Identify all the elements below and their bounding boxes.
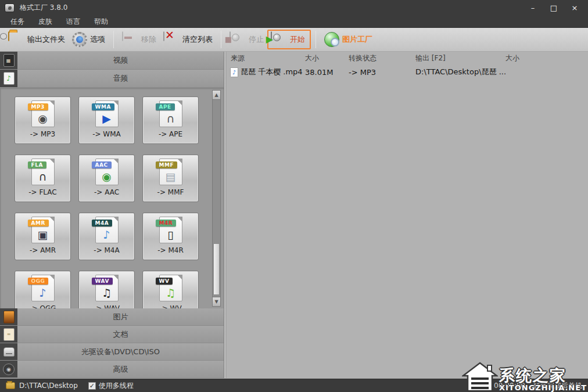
start-icon: ▶ bbox=[271, 31, 272, 41]
title-bar: 格式工厂 3.8.0 – □ × bbox=[0, 0, 588, 16]
file-type-icon: WMA ▶ bbox=[95, 100, 119, 127]
scroll-down-icon[interactable]: ▼ bbox=[213, 297, 220, 306]
menu-skin[interactable]: 皮肤 bbox=[38, 17, 52, 27]
format-badge: FLA bbox=[28, 161, 46, 168]
format-label: -> OGG bbox=[29, 304, 56, 308]
format-label: -> MP3 bbox=[30, 130, 55, 138]
close-button[interactable]: × bbox=[568, 3, 581, 12]
music-note-icon: ♪ bbox=[3, 72, 15, 85]
format-button-mp3[interactable]: MP3 ◉ -> MP3 bbox=[15, 96, 71, 144]
section-label-document: 文档 bbox=[17, 326, 224, 343]
film-reel-icon: ◉ bbox=[3, 364, 15, 375]
multithread-checkbox[interactable]: ✓ bbox=[88, 382, 96, 390]
output-folder-button[interactable]: 输出文件夹 bbox=[5, 30, 69, 49]
format-label: -> FLAC bbox=[28, 188, 56, 196]
format-badge: WMA bbox=[92, 103, 114, 110]
output-folder-icon[interactable] bbox=[6, 382, 15, 389]
format-button-mmf[interactable]: MMF ▤ -> MMF bbox=[142, 154, 199, 202]
status-bar: D:\TTAC\Desktop ✓ 使用多线程 耗时 : 00:00:00 转换… bbox=[0, 379, 588, 392]
sidebar-section-document[interactable]: ≡ 文档 bbox=[0, 326, 224, 343]
format-label: -> WMA bbox=[92, 130, 121, 138]
music-notes-icon: ♫ bbox=[96, 286, 118, 300]
column-header-outsize[interactable]: 大小 bbox=[505, 53, 588, 63]
file-type-icon: M4A ♪ bbox=[95, 217, 119, 243]
column-header-output[interactable]: 输出 [F2] bbox=[415, 53, 505, 63]
options-label: 选项 bbox=[90, 34, 105, 45]
remove-label: 移除 bbox=[141, 34, 156, 45]
format-button-m4a[interactable]: M4A ♪ -> M4A bbox=[78, 213, 135, 260]
picture-icon bbox=[3, 311, 15, 323]
stop-label: 停止 bbox=[249, 34, 264, 45]
section-label-cd-dvd-iso: 光驱设备\DVD\CD\ISO bbox=[17, 343, 224, 360]
scrollbar-thumb[interactable] bbox=[213, 243, 220, 295]
file-type-icon: M4R ▯ bbox=[159, 217, 182, 243]
format-badge: WAV bbox=[92, 278, 113, 285]
format-badge: WV bbox=[156, 278, 173, 285]
task-table-header: 来源 大小 转换状态 输出 [F2] 大小 bbox=[227, 52, 588, 65]
folder-icon bbox=[8, 31, 9, 41]
options-button[interactable]: 选项 bbox=[69, 30, 109, 49]
sidebar-section-cd-dvd-iso[interactable]: 光驱设备\DVD\CD\ISO bbox=[0, 343, 224, 361]
format-grid-scrollbar[interactable]: ▲ ▼ bbox=[212, 90, 221, 307]
category-sidebar: ▦ 视频 ♪ 音频 MP3 ◉ -> MP3 WMA bbox=[0, 52, 224, 378]
column-header-source[interactable]: 来源 bbox=[227, 53, 305, 63]
menu-help[interactable]: 帮助 bbox=[94, 17, 108, 27]
format-button-ape[interactable]: APE ∩ -> APE bbox=[142, 96, 199, 144]
format-label: -> MMF bbox=[157, 188, 184, 196]
format-badge: APE bbox=[156, 103, 175, 110]
format-button-wav[interactable]: WAV ♫ -> WAV bbox=[78, 271, 135, 308]
audio-format-grid: MP3 ◉ -> MP3 WMA ▶ -> WMA bbox=[0, 88, 224, 308]
format-button-m4r[interactable]: M4R ▯ -> M4R bbox=[142, 213, 199, 260]
file-type-icon: AMR ▣ bbox=[31, 217, 55, 243]
minimize-button[interactable]: – bbox=[526, 3, 539, 12]
note-disc-icon: ♪ bbox=[96, 228, 118, 242]
sidebar-section-picture[interactable]: 图片 bbox=[0, 308, 224, 326]
play-icon: ▶ bbox=[96, 112, 118, 125]
task-state: -> MP3 bbox=[349, 68, 415, 77]
file-type-icon: AAC ◉ bbox=[95, 159, 119, 185]
format-button-wma[interactable]: WMA ▶ -> WMA bbox=[78, 96, 135, 144]
file-type-icon: MP3 ◉ bbox=[31, 100, 55, 127]
elapsed-time: 耗时 : 00:00:00 bbox=[473, 381, 525, 391]
column-header-state[interactable]: 转换状态 bbox=[349, 53, 415, 63]
sidebar-section-video[interactable]: ▦ 视频 bbox=[0, 52, 224, 70]
clear-list-button[interactable]: ✕ 清空列表 bbox=[160, 30, 216, 49]
format-button-aac[interactable]: AAC ◉ -> AAC bbox=[78, 154, 135, 202]
sidebar-section-audio[interactable]: ♪ 音频 bbox=[0, 70, 224, 88]
format-button-ogg[interactable]: OGG ♪ -> OGG bbox=[15, 271, 71, 308]
format-badge: MMF bbox=[156, 161, 178, 168]
format-badge: AAC bbox=[92, 161, 112, 168]
shutdown-after-label[interactable]: 转换完成后关机 bbox=[533, 381, 582, 391]
cd-drive-icon bbox=[3, 347, 15, 357]
format-button-amr[interactable]: AMR ▣ -> AMR bbox=[15, 213, 71, 260]
menu-task[interactable]: 任务 bbox=[10, 17, 24, 27]
music-note-icon: ♪ bbox=[32, 286, 54, 300]
task-source-name: 琵琶 千本樱 .mp4 bbox=[241, 67, 303, 77]
format-badge: MP3 bbox=[28, 103, 48, 110]
format-button-wv[interactable]: WV ♫ -> WV bbox=[142, 271, 199, 308]
format-label: -> AAC bbox=[94, 188, 119, 196]
window-title: 格式工厂 3.8.0 bbox=[20, 3, 526, 13]
menu-language[interactable]: 语言 bbox=[66, 17, 80, 27]
maximize-button[interactable]: □ bbox=[547, 3, 560, 12]
headphones-icon: ∩ bbox=[32, 170, 54, 184]
phone-icon: ▯ bbox=[160, 228, 182, 242]
file-type-icon: OGG ♪ bbox=[31, 275, 55, 301]
column-header-size[interactable]: 大小 bbox=[305, 53, 349, 63]
sidebar-section-advanced[interactable]: ◉ 高级 bbox=[0, 361, 224, 378]
start-button[interactable]: ▶ 开始 bbox=[267, 30, 311, 49]
status-output-path[interactable]: D:\TTAC\Desktop bbox=[19, 382, 78, 390]
picture-factory-button[interactable]: 图片工厂 bbox=[321, 30, 376, 49]
multithread-label[interactable]: 使用多线程 bbox=[99, 381, 134, 391]
format-button-flac[interactable]: FLA ∩ -> FLAC bbox=[15, 154, 71, 202]
main-area: ▦ 视频 ♪ 音频 MP3 ◉ -> MP3 WMA bbox=[0, 52, 588, 378]
device-icon: ▣ bbox=[32, 228, 54, 242]
file-type-icon: APE ∩ bbox=[159, 100, 182, 127]
output-folder-label: 输出文件夹 bbox=[27, 34, 65, 45]
toolbar-separator bbox=[113, 31, 114, 48]
menu-bar: 任务 皮肤 语言 帮助 bbox=[0, 16, 588, 28]
format-label: -> M4R bbox=[157, 246, 184, 254]
task-row[interactable]: ♪ 琵琶 千本樱 .mp4 38.01M -> MP3 D:\TTAC\Desk… bbox=[227, 65, 588, 79]
scroll-up-icon[interactable]: ▲ bbox=[213, 91, 220, 100]
toolbar: 输出文件夹 选项 移除 ✕ 清空列表 ■ 停止 ▶ 开始 图片工厂 bbox=[0, 28, 588, 52]
